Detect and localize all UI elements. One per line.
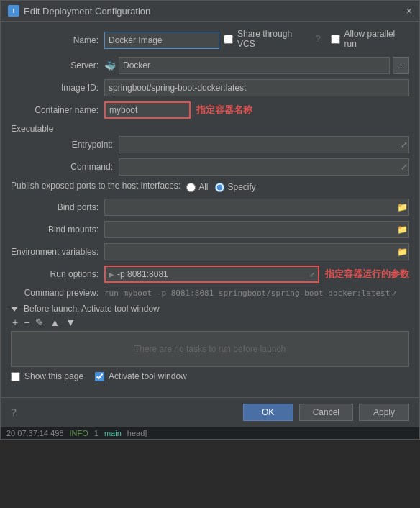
run-options-label: Run options: bbox=[11, 269, 104, 279]
env-vars-label: Environment variables: bbox=[11, 247, 104, 257]
command-label: Command: bbox=[25, 162, 119, 172]
bind-mounts-folder-icon[interactable]: 📁 bbox=[397, 224, 408, 235]
name-row: Name: Share through VCS ? Allow parallel… bbox=[11, 29, 409, 52]
command-input[interactable] bbox=[119, 158, 409, 176]
publish-ports-label: Publish exposed ports to the host interf… bbox=[11, 181, 181, 191]
dialog-title: Edit Deployment Configuration bbox=[24, 6, 150, 17]
run-options-arrow-icon: ▶ bbox=[109, 271, 114, 278]
bind-ports-input[interactable] bbox=[104, 199, 409, 216]
footer-right: OK Cancel Apply bbox=[243, 404, 409, 421]
name-input[interactable] bbox=[104, 32, 219, 49]
command-preview-label: Command preview: bbox=[11, 288, 104, 298]
status-end: head] bbox=[127, 429, 147, 437]
title-bar-left: I Edit Deployment Configuration bbox=[8, 5, 150, 17]
run-options-input-wrap: ▶ ⤢ bbox=[104, 266, 319, 283]
status-branch: main bbox=[104, 429, 122, 437]
entrypoint-expand-icon[interactable]: ⤢ bbox=[401, 140, 408, 150]
bind-mounts-input-wrap: 📁 bbox=[104, 221, 409, 238]
launch-up-button[interactable]: ▲ bbox=[48, 317, 61, 328]
run-options-row: Run options: ▶ ⤢ 指定容器运行的参数 bbox=[11, 266, 409, 283]
image-id-input[interactable] bbox=[104, 79, 409, 96]
close-button[interactable]: × bbox=[406, 5, 412, 17]
server-row: Server: 🐳 Docker ... bbox=[11, 57, 409, 74]
share-vcs-option: Share through VCS ? bbox=[224, 29, 321, 49]
app-icon: I bbox=[8, 5, 19, 17]
before-launch-section: Before launch: Activate tool window + − … bbox=[11, 304, 409, 367]
status-num: 1 bbox=[94, 429, 99, 437]
entrypoint-input-wrap: ⤢ bbox=[119, 136, 409, 153]
cancel-button[interactable]: Cancel bbox=[299, 404, 353, 421]
server-label: Server: bbox=[11, 60, 104, 71]
image-id-label: Image ID: bbox=[11, 83, 104, 93]
entrypoint-row: Entrypoint: ⤢ bbox=[25, 136, 409, 153]
status-bar: 20 07:37:14 498 INFO 1 main head] bbox=[1, 427, 419, 439]
run-options-input[interactable] bbox=[117, 269, 309, 279]
before-launch-header: Before launch: Activate tool window bbox=[11, 304, 409, 314]
all-radio-label: All bbox=[198, 182, 208, 192]
dialog-footer: ? OK Cancel Apply bbox=[1, 397, 419, 427]
dialog-content: Name: Share through VCS ? Allow parallel… bbox=[1, 22, 419, 397]
launch-down-button[interactable]: ▼ bbox=[64, 317, 77, 328]
show-page-label: Show this page bbox=[24, 371, 83, 381]
container-name-label: Container name: bbox=[11, 105, 104, 115]
launch-edit-button[interactable]: ✎ bbox=[34, 317, 45, 328]
env-vars-folder-icon[interactable]: 📁 bbox=[397, 247, 408, 257]
command-preview-value: run myboot -p 8081:8081 springboot/sprin… bbox=[104, 289, 390, 298]
server-select[interactable]: Docker bbox=[119, 57, 390, 74]
share-vcs-checkbox[interactable] bbox=[224, 35, 233, 44]
container-name-row: Container name: 指定容器名称 bbox=[11, 101, 409, 119]
share-vcs-help-icon[interactable]: ? bbox=[316, 34, 321, 44]
server-select-wrapper: 🐳 Docker ... bbox=[104, 57, 409, 74]
bind-mounts-label: Bind mounts: bbox=[11, 224, 104, 235]
command-input-wrap: ⤢ bbox=[119, 158, 409, 176]
apply-button[interactable]: Apply bbox=[359, 404, 409, 421]
docker-icon: 🐳 bbox=[104, 60, 116, 71]
entrypoint-input[interactable] bbox=[119, 136, 409, 153]
launch-remove-button[interactable]: − bbox=[22, 317, 31, 328]
executable-label: Executable bbox=[11, 124, 409, 134]
title-bar: I Edit Deployment Configuration × bbox=[1, 1, 419, 22]
bottom-options: Show this page Activate tool window bbox=[11, 371, 409, 384]
publish-ports-options: All Specify bbox=[186, 182, 409, 192]
bind-mounts-input[interactable] bbox=[104, 221, 409, 238]
footer-left: ? bbox=[11, 407, 17, 418]
help-icon[interactable]: ? bbox=[11, 407, 17, 418]
specify-radio[interactable] bbox=[215, 183, 224, 192]
env-vars-input[interactable] bbox=[104, 243, 409, 260]
container-name-annotation: 指定容器名称 bbox=[196, 104, 252, 117]
allow-parallel-checkbox[interactable] bbox=[331, 35, 340, 44]
container-name-input[interactable] bbox=[104, 101, 191, 119]
specify-radio-label: Specify bbox=[227, 182, 255, 192]
before-launch-toggle-icon[interactable] bbox=[11, 307, 18, 312]
bind-ports-label: Bind ports: bbox=[11, 202, 104, 212]
env-vars-input-wrap: 📁 bbox=[104, 243, 409, 260]
share-vcs-label: Share through VCS bbox=[237, 29, 311, 49]
bind-ports-row: Bind ports: 📁 bbox=[11, 199, 409, 216]
name-label: Name: bbox=[11, 35, 104, 45]
launch-task-list: There are no tasks to run before launch bbox=[11, 331, 409, 367]
activate-window-label: Activate tool window bbox=[109, 371, 187, 381]
command-expand-icon[interactable]: ⤢ bbox=[401, 162, 408, 172]
activate-window-checkbox[interactable] bbox=[95, 372, 104, 381]
publish-ports-row: Publish exposed ports to the host interf… bbox=[11, 181, 409, 194]
launch-toolbar: + − ✎ ▲ ▼ bbox=[11, 317, 409, 328]
entrypoint-label: Entrypoint: bbox=[25, 140, 119, 150]
edit-deployment-dialog: I Edit Deployment Configuration × Name: … bbox=[0, 0, 420, 440]
command-row: Command: ⤢ bbox=[25, 158, 409, 176]
show-page-option: Show this page bbox=[11, 371, 83, 381]
command-preview-row: Command preview: run myboot -p 8081:8081… bbox=[11, 288, 409, 298]
bind-ports-folder-icon[interactable]: 📁 bbox=[397, 202, 408, 212]
command-preview-expand-icon: ⤢ bbox=[391, 289, 397, 297]
bind-mounts-row: Bind mounts: 📁 bbox=[11, 221, 409, 238]
all-radio[interactable] bbox=[186, 183, 196, 192]
image-id-row: Image ID: bbox=[11, 79, 409, 96]
before-launch-label: Before launch: Activate tool window bbox=[24, 304, 160, 314]
executable-section: Entrypoint: ⤢ Command: ⤢ bbox=[11, 136, 409, 176]
server-more-button[interactable]: ... bbox=[393, 57, 409, 74]
launch-add-button[interactable]: + bbox=[11, 317, 19, 328]
ok-button[interactable]: OK bbox=[243, 404, 293, 421]
allow-parallel-label: Allow parallel run bbox=[344, 29, 409, 49]
show-page-checkbox[interactable] bbox=[11, 372, 20, 381]
name-row-options: Share through VCS ? Allow parallel run bbox=[224, 29, 409, 52]
env-vars-row: Environment variables: 📁 bbox=[11, 243, 409, 260]
